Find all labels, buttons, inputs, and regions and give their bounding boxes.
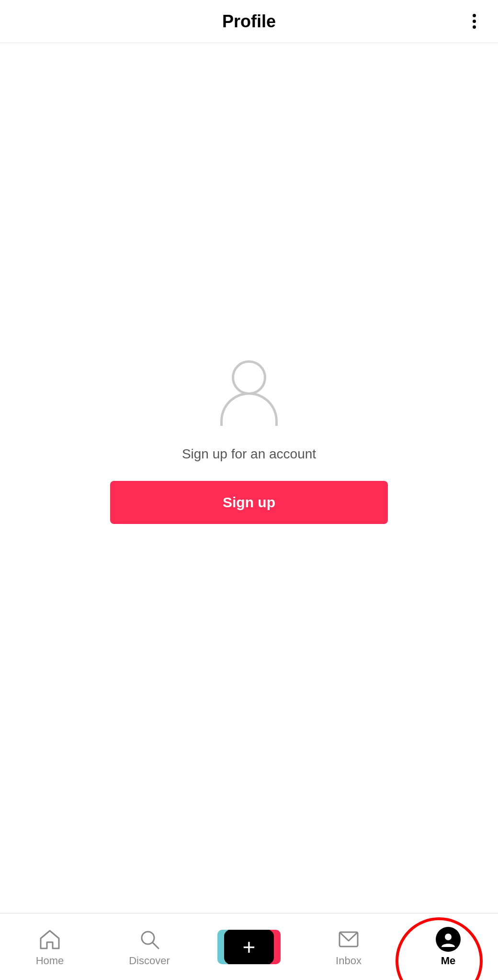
more-dot (473, 25, 476, 29)
me-avatar-circle (436, 927, 461, 952)
avatar-body-arc (220, 392, 278, 426)
nav-item-discover[interactable]: Discover (111, 927, 188, 967)
avatar-placeholder (218, 360, 280, 427)
nav-item-me[interactable]: Me (410, 927, 487, 967)
nav-item-home[interactable]: Home (11, 927, 88, 967)
nav-item-create[interactable]: + (211, 930, 287, 964)
more-dot (473, 14, 476, 17)
header: Profile (0, 0, 498, 43)
avatar-head-circle (232, 360, 266, 395)
create-button[interactable]: + (220, 930, 278, 964)
page-title: Profile (222, 11, 276, 32)
home-icon (37, 927, 62, 952)
nav-label-home: Home (36, 955, 64, 967)
me-avatar-icon (436, 927, 461, 952)
more-dot (473, 20, 476, 23)
bottom-navigation: Home Discover + Inbox (0, 913, 498, 980)
svg-point-3 (445, 934, 452, 940)
search-icon (137, 927, 162, 952)
nav-label-me: Me (441, 955, 456, 967)
svg-line-1 (153, 943, 158, 948)
inbox-icon (336, 927, 361, 952)
nav-item-inbox[interactable]: Inbox (310, 927, 387, 967)
signup-button[interactable]: Sign up (110, 481, 388, 524)
main-content: Sign up for an account Sign up (0, 43, 498, 913)
signup-prompt-text: Sign up for an account (182, 446, 316, 462)
plus-inner: + (224, 930, 274, 964)
nav-label-inbox: Inbox (336, 955, 362, 967)
more-menu-button[interactable] (468, 9, 481, 33)
nav-label-discover: Discover (129, 955, 170, 967)
plus-icon: + (243, 936, 256, 958)
